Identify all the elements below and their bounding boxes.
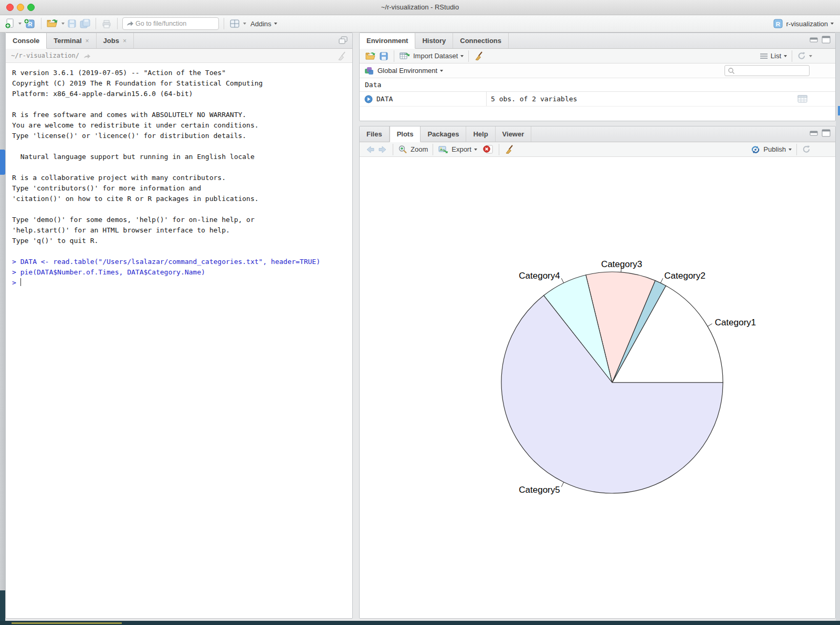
workspace-panes-button[interactable]: [229, 18, 246, 29]
close-tab-icon[interactable]: [123, 38, 127, 44]
console-tabbar: Console Terminal Jobs: [6, 33, 352, 49]
toolbar-separator: [224, 18, 224, 29]
publish-icon: [750, 145, 761, 154]
print-button[interactable]: [101, 18, 112, 29]
pie-label: Category5: [519, 485, 560, 495]
tab-history[interactable]: History: [415, 33, 453, 48]
close-window-button[interactable]: [6, 4, 14, 11]
plots-pane: Files Plots Packages Help Viewer: [359, 126, 836, 619]
pie-label: Category1: [715, 317, 756, 327]
pie-label-tick: [660, 278, 663, 283]
background-fragment: [0, 150, 5, 175]
tab-plots[interactable]: Plots: [390, 126, 421, 142]
console-line: 'citation()' on how to cite R or R packa…: [12, 194, 346, 204]
environment-search-box[interactable]: [724, 65, 810, 76]
environment-scope-row: Global Environment: [360, 63, 835, 78]
list-icon: [760, 52, 768, 60]
tab-packages[interactable]: Packages: [421, 126, 466, 142]
clear-console-broom-icon[interactable]: [337, 51, 347, 61]
project-menu-button[interactable]: R r-visualization: [773, 18, 834, 29]
minimize-pane-icon[interactable]: [810, 129, 818, 137]
list-view-button[interactable]: List: [760, 52, 787, 60]
remove-plot-button[interactable]: [482, 144, 494, 154]
minimize-window-button[interactable]: [17, 4, 24, 11]
save-workspace-button[interactable]: [379, 51, 389, 61]
refresh-plot-button[interactable]: [802, 145, 811, 154]
clear-all-plots-button[interactable]: [504, 144, 514, 154]
search-icon: [728, 67, 735, 75]
console-line: You are welcome to redistribute it under…: [12, 120, 346, 131]
environment-scope-button[interactable]: Global Environment: [377, 67, 443, 75]
toolbar-separator: [499, 144, 499, 155]
goto-file-input[interactable]: [134, 19, 205, 28]
background-dock-strip: [0, 621, 840, 625]
publish-plot-button[interactable]: Publish: [750, 145, 792, 154]
close-tab-icon[interactable]: [86, 38, 89, 44]
back-arrow-icon: [365, 145, 375, 154]
console-line: [12, 141, 346, 152]
open-file-caret-icon: [61, 23, 65, 25]
console-line: Type 'contributors()' for more informati…: [12, 183, 346, 194]
save-button[interactable]: [67, 18, 77, 29]
tab-files[interactable]: Files: [360, 126, 390, 142]
console-line: Copyright (C) 2019 The R Foundation for …: [12, 78, 346, 89]
remove-plot-icon: [482, 144, 494, 154]
plot-area: Category1Category2Category3Category4Cate…: [360, 157, 835, 619]
maximize-pane-icon[interactable]: [822, 129, 831, 137]
pie-label: Category3: [601, 259, 642, 269]
tab-label: Plots: [397, 130, 414, 138]
refresh-caret-icon: [809, 55, 812, 57]
open-file-button[interactable]: [46, 18, 65, 29]
tab-console[interactable]: Console: [6, 33, 47, 49]
tab-label: Environment: [366, 37, 408, 45]
addins-button[interactable]: Addins: [248, 20, 277, 28]
environment-object-row[interactable]: DATA 5 obs. of 2 variables: [360, 92, 835, 107]
import-dataset-button[interactable]: Import Dataset: [399, 51, 464, 61]
save-all-button[interactable]: [79, 18, 91, 29]
tab-help[interactable]: Help: [466, 126, 495, 142]
refresh-environment-button[interactable]: [797, 51, 812, 60]
tab-label: History: [422, 37, 446, 45]
new-file-button[interactable]: [4, 18, 22, 29]
export-label: Export: [452, 145, 471, 153]
object-name: DATA: [376, 95, 393, 103]
goto-file-search[interactable]: [122, 17, 219, 30]
maximize-pane-icon[interactable]: [822, 36, 831, 44]
background-fragment: [838, 106, 840, 115]
refresh-icon: [802, 145, 811, 154]
tab-label: Jobs: [103, 37, 119, 45]
next-plot-button[interactable]: [377, 145, 388, 154]
global-environment-icon: [364, 66, 374, 75]
tab-environment[interactable]: Environment: [360, 33, 415, 49]
load-workspace-button[interactable]: [365, 51, 377, 61]
print-icon: [101, 18, 112, 29]
view-data-grid-icon[interactable]: [797, 94, 808, 103]
view-directory-arrow-icon[interactable]: [83, 52, 91, 59]
save-all-icon: [79, 18, 91, 29]
tab-connections[interactable]: Connections: [453, 33, 509, 48]
previous-plot-button[interactable]: [365, 145, 375, 154]
maximize-pane-icon[interactable]: [338, 36, 348, 45]
zoom-plot-button[interactable]: Zoom: [398, 145, 428, 154]
background-window-sliver-right: [836, 33, 840, 621]
tab-jobs[interactable]: Jobs: [97, 33, 134, 48]
console-line: >: [12, 278, 346, 288]
tab-viewer[interactable]: Viewer: [496, 126, 532, 142]
new-project-button[interactable]: R: [24, 18, 36, 29]
tab-terminal[interactable]: Terminal: [47, 33, 96, 48]
console-output[interactable]: R version 3.6.1 (2019-07-05) -- "Action …: [6, 63, 352, 293]
titlebar: ~/r-visualization - RStudio: [0, 0, 840, 15]
clear-environment-button[interactable]: [474, 51, 484, 61]
panes-grid-icon: [229, 18, 240, 29]
environment-search-input[interactable]: [735, 67, 800, 75]
broom-icon: [474, 51, 484, 61]
plots-tabbar: Files Plots Packages Help Viewer: [360, 126, 835, 142]
pie-label: Category4: [519, 271, 560, 281]
new-file-caret-icon: [18, 23, 22, 25]
main-toolbar: R: [0, 15, 840, 33]
export-plot-button[interactable]: Export: [438, 145, 477, 154]
minimize-pane-icon[interactable]: [810, 36, 818, 44]
background-fragment: [0, 590, 5, 621]
zoom-window-button[interactable]: [27, 4, 35, 11]
expand-object-icon[interactable]: [364, 95, 373, 103]
